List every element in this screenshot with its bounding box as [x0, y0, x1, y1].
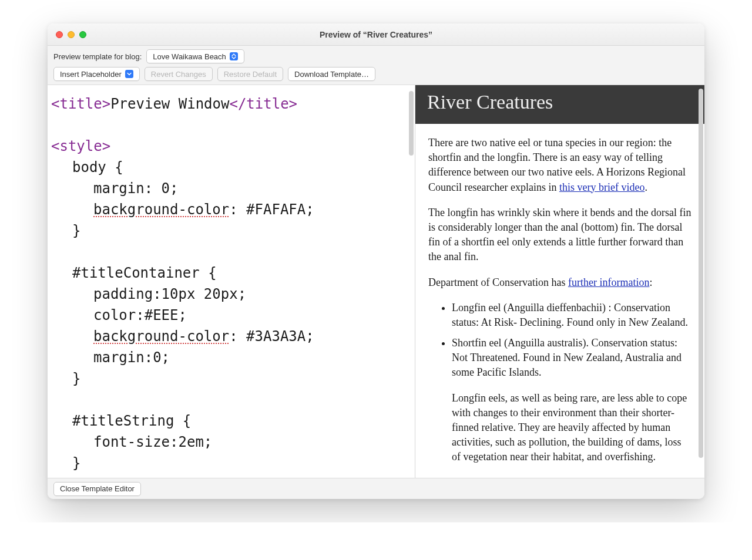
chevron-down-icon: [125, 70, 133, 78]
code-line: [51, 389, 408, 410]
preview-link-further-info[interactable]: further information: [568, 276, 649, 288]
preview-list: Longfin eel (Anguilla dieffenbachii) : C…: [428, 301, 691, 465]
preview-pane[interactable]: River Creatures There are two native eel…: [415, 85, 704, 478]
code-line: }: [51, 453, 408, 474]
zoom-window-button[interactable]: [79, 31, 86, 38]
insert-placeholder-button[interactable]: Insert Placeholder: [53, 67, 140, 81]
template-code-editor[interactable]: <title>Preview Window</title> <style>bod…: [48, 85, 415, 478]
code-line: <title>Preview Window</title>: [51, 93, 408, 114]
preview-paragraph-3: Department of Conservation has further i…: [428, 275, 691, 290]
preview-scrollbar[interactable]: [699, 89, 703, 458]
code-line: #titleString {: [51, 410, 408, 431]
content-split: <title>Preview Window</title> <style>bod…: [48, 85, 704, 478]
code-line: [51, 241, 408, 262]
restore-default-button[interactable]: Restore Default: [217, 67, 283, 81]
revert-changes-button[interactable]: Revert Changes: [145, 67, 213, 81]
list-item: Shortfin eel (Anguilla australis). Conse…: [452, 336, 691, 465]
code-line: margin: 0;: [51, 178, 408, 199]
window: Preview of “River Creatures” Preview tem…: [48, 23, 704, 499]
close-template-editor-button[interactable]: Close Template Editor: [53, 482, 141, 496]
code-line: padding:10px 20px;: [51, 284, 408, 305]
preview-paragraph-2: The longfin has wrinkly skin where it be…: [428, 205, 691, 265]
preview-body: There are two native eel or tuna species…: [415, 124, 704, 478]
titlebar: Preview of “River Creatures”: [48, 23, 704, 46]
chevron-updown-icon: [230, 52, 238, 60]
preview-title: River Creatures: [427, 91, 693, 113]
download-template-button[interactable]: Download Template…: [288, 67, 375, 81]
code-line: #titleContainer {: [51, 262, 408, 284]
template-for-blog-label: Preview template for blog:: [53, 52, 142, 61]
insert-placeholder-label: Insert Placeholder: [60, 70, 122, 79]
window-title: Preview of “River Creatures”: [48, 30, 704, 39]
editor-scrollbar[interactable]: [409, 91, 414, 156]
code-line: background-color: #3A3A3A;: [51, 326, 408, 347]
code-line: background-color: #FAFAFA;: [51, 199, 408, 220]
code-line: <style>: [51, 136, 408, 157]
code-line: color:#EEE;: [51, 305, 408, 326]
window-traffic-lights: [56, 31, 86, 38]
blog-select-popup[interactable]: Love Waikawa Beach: [146, 49, 244, 63]
preview-title-container: River Creatures: [415, 85, 704, 124]
code-line: }: [51, 220, 408, 241]
list-item: Longfin eel (Anguilla dieffenbachii) : C…: [452, 301, 691, 330]
preview-link-video[interactable]: this very brief video: [559, 181, 644, 193]
code-line: }: [51, 368, 408, 389]
preview-li2-extra: Longfin eels, as well as being rare, are…: [452, 391, 691, 465]
minimize-window-button[interactable]: [68, 31, 75, 38]
code-line: margin:0;: [51, 347, 408, 368]
close-window-button[interactable]: [56, 31, 63, 38]
code-line: body {: [51, 157, 408, 178]
code-line: font-size:2em;: [51, 431, 408, 453]
footer: Close Template Editor: [48, 478, 704, 499]
toolbar: Preview template for blog: Love Waikawa …: [48, 46, 704, 85]
code-line: [51, 114, 408, 136]
blog-select-value: Love Waikawa Beach: [153, 52, 226, 61]
preview-paragraph-1: There are two native eel or tuna species…: [428, 136, 691, 195]
